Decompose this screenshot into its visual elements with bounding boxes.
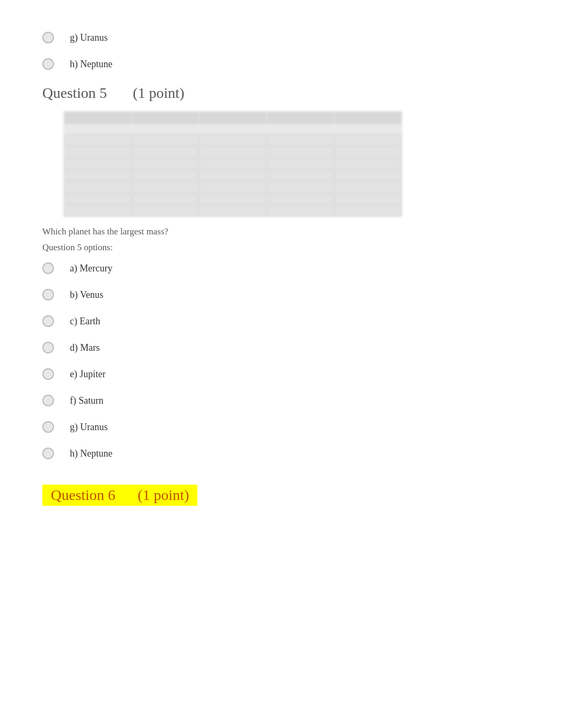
radio-c[interactable] [42, 315, 54, 327]
radio-prev-h[interactable] [42, 58, 54, 70]
radio-d[interactable] [42, 342, 54, 353]
option-a[interactable]: a) Mercury [42, 262, 520, 274]
radio-h[interactable] [42, 448, 54, 459]
prev-option-g[interactable]: g) Uranus [42, 32, 520, 43]
radio-e[interactable] [42, 368, 54, 380]
option-b[interactable]: b) Venus [42, 289, 520, 301]
planet-data-table [64, 111, 402, 217]
option-c-label: c) Earth [70, 316, 100, 327]
option-d[interactable]: d) Mars [42, 342, 520, 353]
question6-highlighted-label: Question 6 (1 point) [42, 485, 197, 506]
question6-heading: Question 6 (1 point) [42, 474, 520, 506]
option-d-label: d) Mars [70, 342, 100, 353]
question5-options-label: Question 5 options: [42, 242, 520, 253]
option-e[interactable]: e) Jupiter [42, 368, 520, 380]
option-g-label: g) Uranus [70, 422, 108, 433]
option-b-label: b) Venus [70, 289, 103, 301]
radio-g[interactable] [42, 421, 54, 433]
option-c[interactable]: c) Earth [42, 315, 520, 327]
option-a-label: a) Mercury [70, 263, 112, 274]
prev-option-h[interactable]: h) Neptune [42, 58, 520, 70]
option-f-label: f) Saturn [70, 395, 104, 406]
prev-option-h-label: h) Neptune [70, 59, 112, 70]
prev-option-g-label: g) Uranus [70, 32, 107, 43]
radio-b[interactable] [42, 289, 54, 301]
radio-prev-g[interactable] [42, 32, 54, 43]
option-f[interactable]: f) Saturn [42, 395, 520, 406]
option-h[interactable]: h) Neptune [42, 448, 520, 459]
option-h-label: h) Neptune [70, 448, 112, 459]
question5-text: Which planet has the largest mass? [42, 226, 520, 237]
option-g[interactable]: g) Uranus [42, 421, 520, 433]
radio-f[interactable] [42, 395, 54, 406]
option-e-label: e) Jupiter [70, 369, 105, 380]
radio-a[interactable] [42, 262, 54, 274]
question5-heading: Question 5 (1 point) [42, 85, 520, 102]
